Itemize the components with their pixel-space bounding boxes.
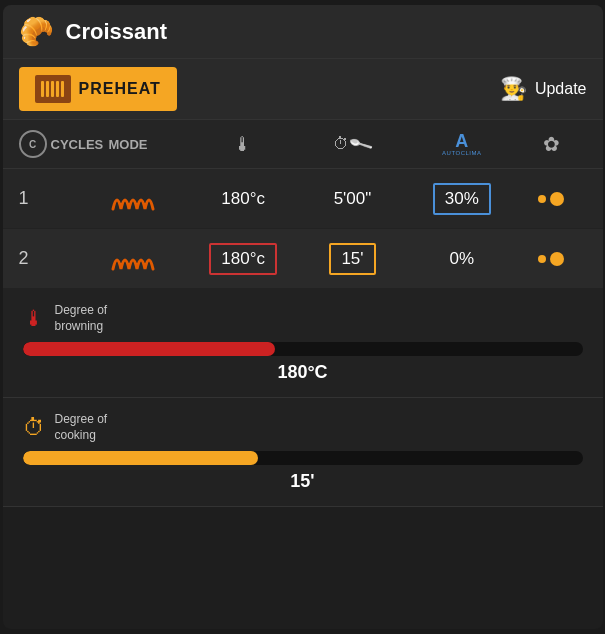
mode-label: MODE bbox=[109, 137, 148, 152]
autoclima-logo: A AUTOCLIMA bbox=[442, 132, 481, 156]
heat-wave-icon bbox=[109, 181, 157, 217]
header: 🥐 Croissant bbox=[3, 5, 603, 59]
preheat-label: PREHEAT bbox=[79, 80, 161, 98]
table-row: 1 180°c 5'00" 30% bbox=[3, 169, 603, 229]
row-temp[interactable]: 180°c bbox=[189, 189, 298, 209]
update-label: Update bbox=[535, 80, 587, 98]
temp-value-boxed[interactable]: 180°c bbox=[209, 243, 277, 275]
update-button[interactable]: 👨‍🍳 Update bbox=[500, 76, 587, 102]
row-time[interactable]: 15' bbox=[298, 243, 407, 275]
browning-progress-bar bbox=[23, 342, 583, 356]
status-dot-small bbox=[538, 195, 546, 203]
row-status bbox=[516, 192, 586, 206]
row-humidity[interactable]: 0% bbox=[407, 249, 516, 269]
cooking-label: Degree of cooking bbox=[55, 412, 108, 443]
row-temp[interactable]: 180°c bbox=[189, 243, 298, 275]
column-headers: C CYCLES MODE 🌡 ⏱ 🥄 A AUTOCLIMA ✿ bbox=[3, 120, 603, 169]
browning-value: 180°C bbox=[23, 362, 583, 383]
mode-column-header: MODE bbox=[109, 137, 189, 152]
browning-label: Degree of browning bbox=[55, 303, 108, 334]
row-mode-icon bbox=[109, 241, 189, 277]
table-row: 2 180°c 15' 0% bbox=[3, 229, 603, 289]
cooking-value: 15' bbox=[23, 471, 583, 492]
browning-section: 🌡 Degree of browning 180°C bbox=[3, 289, 603, 398]
toolbar: PREHEAT 👨‍🍳 Update bbox=[3, 59, 603, 120]
status-dot-large bbox=[550, 192, 564, 206]
heat-wave-icon bbox=[109, 241, 157, 277]
preheat-button[interactable]: PREHEAT bbox=[19, 67, 177, 111]
fan-column-header: ✿ bbox=[516, 132, 586, 156]
autoclima-column-header: A AUTOCLIMA bbox=[407, 132, 516, 156]
cycles-circle-icon: C bbox=[19, 130, 47, 158]
row-humidity[interactable]: 30% bbox=[407, 183, 516, 215]
status-dot-small bbox=[538, 255, 546, 263]
row-status bbox=[516, 252, 586, 266]
clock-spoon-icon: ⏱ 🥄 bbox=[333, 135, 371, 154]
croissant-icon: 🥐 bbox=[19, 15, 54, 48]
temp-column-header: 🌡 bbox=[189, 133, 298, 156]
status-dot-large bbox=[550, 252, 564, 266]
browning-bar-fill bbox=[23, 342, 275, 356]
cycles-column-header: C CYCLES bbox=[19, 130, 109, 158]
thermometer-red-icon: 🌡 bbox=[23, 306, 45, 332]
cooking-progress-bar bbox=[23, 451, 583, 465]
time-column-header: ⏱ 🥄 bbox=[298, 135, 407, 154]
app-container: 🥐 Croissant PREHEAT 👨‍🍳 Update bbox=[3, 5, 603, 629]
row-number: 1 bbox=[19, 188, 109, 209]
page-title: Croissant bbox=[66, 19, 167, 45]
clock-cooking-icon: ⏱ bbox=[23, 415, 45, 441]
cooking-section: ⏱ Degree of cooking 15' bbox=[3, 398, 603, 507]
row-time[interactable]: 5'00" bbox=[298, 189, 407, 209]
chef-icon: 👨‍🍳 bbox=[500, 76, 527, 102]
cycles-label: CYCLES bbox=[51, 137, 104, 152]
row-number: 2 bbox=[19, 248, 109, 269]
cooking-bar-fill bbox=[23, 451, 258, 465]
fan-icon: ✿ bbox=[543, 132, 560, 156]
time-value-boxed[interactable]: 15' bbox=[329, 243, 375, 275]
preheat-icon bbox=[35, 75, 71, 103]
thermometer-icon: 🌡 bbox=[233, 133, 253, 156]
humidity-value-boxed[interactable]: 30% bbox=[433, 183, 491, 215]
row-mode-icon bbox=[109, 181, 189, 217]
